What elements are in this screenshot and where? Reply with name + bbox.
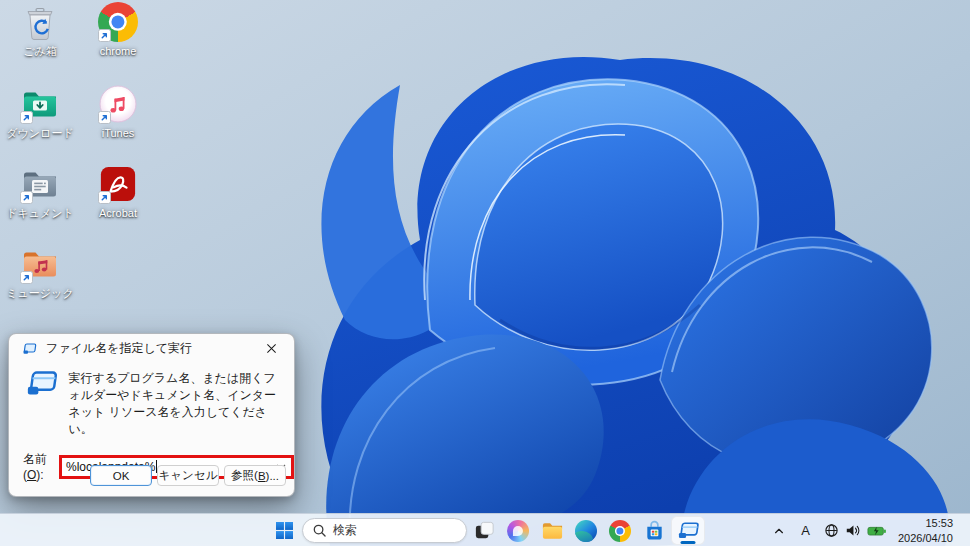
run-dialog-titlebar[interactable]: ファイル名を指定して実行 <box>9 334 294 363</box>
desktop-icon-label: chrome <box>100 45 137 58</box>
copilot-icon <box>507 520 529 542</box>
taskbar-app-microsoft-store[interactable] <box>637 516 671 545</box>
desktop-icon-chrome[interactable]: chrome <box>78 2 158 80</box>
taskbar-app-copilot[interactable] <box>501 516 535 545</box>
cancel-button[interactable]: キャンセル <box>157 465 219 486</box>
desktop-icon-music[interactable]: ミュージック <box>0 244 80 322</box>
taskbar-apps <box>467 514 705 546</box>
search-icon <box>313 524 326 537</box>
shortcut-arrow-icon <box>98 29 111 42</box>
file-explorer-icon <box>541 519 564 542</box>
run-dialog-body: 実行するプログラム名、または開くフォルダーやドキュメント名、インターネット リソ… <box>9 363 294 438</box>
run-dialog-description: 実行するプログラム名、または開くフォルダーやドキュメント名、インターネット リソ… <box>68 370 282 438</box>
network-button[interactable] <box>821 517 842 544</box>
ime-mode-indicator[interactable]: A <box>795 517 816 544</box>
recycle-bin-icon <box>20 2 60 42</box>
desktop-icon-label: iTunes <box>102 127 135 140</box>
run-dialog: ファイル名を指定して実行 実行するプログラム名、または開くフォルダーやドキュメン… <box>8 333 295 497</box>
shortcut-arrow-icon <box>98 191 111 204</box>
run-glyph-icon <box>25 370 57 398</box>
shortcut-arrow-icon <box>20 191 33 204</box>
shortcut-arrow-icon <box>20 111 33 124</box>
browse-button[interactable]: 参照(B)... <box>224 465 286 486</box>
volume-button[interactable] <box>842 517 864 544</box>
desktop-icon-itunes[interactable]: iTunes <box>78 84 158 162</box>
taskbar-app-edge[interactable] <box>569 516 603 545</box>
desktop-icon-label: ダウンロード <box>6 127 73 140</box>
close-icon[interactable] <box>254 337 288 361</box>
desktop-icon-downloads[interactable]: ダウンロード <box>0 84 80 162</box>
battery-button[interactable] <box>864 517 890 544</box>
search-placeholder: 検索 <box>333 522 357 539</box>
taskbar-clock[interactable]: 15:53 2026/04/10 <box>898 516 953 545</box>
desktop-screen: ごみ箱 chrome ダウンロード <box>0 0 970 546</box>
chevron-up-icon <box>773 525 785 537</box>
speaker-icon <box>845 523 861 538</box>
desktop-icon-label: ごみ箱 <box>23 45 57 58</box>
microsoft-store-icon <box>643 519 666 542</box>
task-view-icon <box>473 519 496 542</box>
run-dialog-title: ファイル名を指定して実行 <box>46 340 254 357</box>
shortcut-arrow-icon <box>20 271 33 284</box>
system-tray: A <box>770 514 953 546</box>
taskbar-app-file-explorer[interactable] <box>535 516 569 545</box>
name-field-label: 名前(O): <box>23 451 58 482</box>
chrome-icon <box>609 520 631 542</box>
taskbar-app-chrome[interactable] <box>603 516 637 545</box>
desktop-icon-label: ドキュメント <box>6 207 74 220</box>
desktop-icon-label: ミュージック <box>6 287 73 300</box>
desktop-icon-recycle-bin[interactable]: ごみ箱 <box>0 2 80 80</box>
battery-charging-icon <box>867 524 887 538</box>
shortcut-arrow-icon <box>98 111 111 124</box>
clock-date: 2026/04/10 <box>898 531 953 545</box>
taskbar-app-task-view[interactable] <box>467 516 501 545</box>
edge-icon <box>575 520 597 542</box>
taskbar: 検索 <box>0 513 970 546</box>
run-window-icon <box>677 521 699 541</box>
run-window-icon <box>22 343 37 355</box>
run-dialog-buttons: OK キャンセル 参照(B)... <box>90 465 286 486</box>
clock-time: 15:53 <box>898 516 953 530</box>
windows-start-icon <box>276 522 293 539</box>
hidden-icons-button[interactable] <box>770 517 788 544</box>
desktop-icon-documents[interactable]: ドキュメント <box>0 164 80 242</box>
taskbar-app-run[interactable] <box>671 516 705 545</box>
desktop-icon-label: Acrobat <box>99 207 137 220</box>
ok-button[interactable]: OK <box>90 465 152 486</box>
start-button[interactable] <box>269 517 299 544</box>
taskbar-search-box[interactable]: 検索 <box>302 518 467 543</box>
desktop-icon-acrobat[interactable]: Acrobat <box>78 164 158 242</box>
network-globe-icon <box>824 523 839 538</box>
